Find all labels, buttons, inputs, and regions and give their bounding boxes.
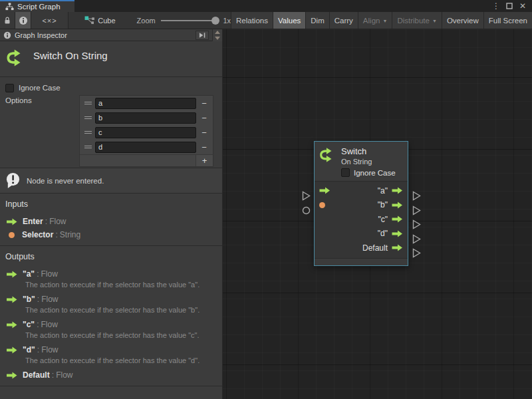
output-port-row: "a" : Flow xyxy=(7,267,217,281)
input-port-row: Selector : String xyxy=(7,228,217,241)
flow-arrow-icon xyxy=(7,296,17,303)
values-button[interactable]: Values xyxy=(273,12,305,29)
inspector-header: Graph Inspector xyxy=(0,29,222,41)
output-connect-triangle[interactable] xyxy=(412,205,421,217)
remove-option-button[interactable]: − xyxy=(196,128,212,138)
tab-title: Script Graph xyxy=(17,3,61,11)
node-title: Switch On String xyxy=(33,48,108,61)
output-port-row: "b" : Flow xyxy=(7,293,217,306)
flow-arrow-icon xyxy=(392,187,403,194)
zoom-slider[interactable] xyxy=(161,16,218,25)
zoom-slider-handle[interactable] xyxy=(211,17,219,25)
inputs-header: Inputs xyxy=(5,200,217,209)
output-port[interactable]: "a" xyxy=(378,186,403,196)
overview-button[interactable]: Overview xyxy=(442,12,483,29)
flow-arrow-icon xyxy=(392,215,403,223)
full-screen-button[interactable]: Full Screen xyxy=(483,12,532,29)
flow-arrow-icon xyxy=(392,230,403,237)
scroll-down-icon[interactable] xyxy=(213,35,222,41)
warning-text: Node is never entered. xyxy=(27,177,104,185)
zoom-value: 1x xyxy=(223,17,231,25)
outputs-section: Outputs "a" : Flow The action to execute… xyxy=(0,246,222,386)
node-body: "a" "b" "c" "d" Default xyxy=(315,182,408,258)
align-dropdown[interactable]: Align▼ xyxy=(358,12,392,29)
node-subtitle: On String xyxy=(341,158,396,166)
flow-arrow-icon xyxy=(392,201,403,209)
graph-target-button[interactable]: Cube xyxy=(78,12,122,29)
output-connect-triangle[interactable] xyxy=(412,219,421,231)
enter-connect-triangle[interactable] xyxy=(302,191,311,202)
options-list: − − − xyxy=(79,95,213,167)
output-connect-triangle[interactable] xyxy=(412,191,421,202)
remove-option-button[interactable]: − xyxy=(196,113,212,123)
chevron-down-icon: ▼ xyxy=(382,19,387,23)
output-connect-triangle[interactable] xyxy=(412,248,421,259)
options-label: Options xyxy=(5,95,79,104)
option-input[interactable] xyxy=(95,112,196,124)
toolbar-button-group: Relations Values Dim Carry Align▼ Distri… xyxy=(231,12,532,29)
flow-arrow-icon xyxy=(7,271,17,278)
ignore-case-checkbox[interactable] xyxy=(5,84,14,92)
inspector-scroll xyxy=(212,29,222,41)
window-menu-icon[interactable]: ⋮ xyxy=(491,1,501,11)
node-header[interactable]: Switch On String Ignore Case xyxy=(315,142,408,182)
graph-tree-icon xyxy=(5,3,14,11)
info-icon xyxy=(19,16,28,25)
zoom-slider-track[interactable] xyxy=(161,20,218,21)
graph-canvas[interactable]: Switch On String Ignore Case "a" xyxy=(223,29,532,399)
option-input[interactable] xyxy=(95,98,196,109)
tab-script-graph[interactable]: Script Graph xyxy=(0,0,74,12)
preview-code-button[interactable]: <×> xyxy=(31,12,69,29)
remove-option-button[interactable]: − xyxy=(196,142,212,152)
distribute-dropdown[interactable]: Distribute▼ xyxy=(392,12,442,29)
output-connect-triangle[interactable] xyxy=(412,234,421,245)
port-description: The action to execute if the selector ha… xyxy=(25,356,217,365)
output-port-row: "c" : Flow xyxy=(7,318,217,331)
maximize-icon[interactable] xyxy=(504,1,515,11)
inspector-title: Graph Inspector xyxy=(15,31,67,39)
selector-port-icon[interactable] xyxy=(319,202,325,208)
output-port[interactable]: "d" xyxy=(378,229,403,238)
close-icon[interactable]: ✕ xyxy=(517,1,528,11)
drag-handle-icon[interactable] xyxy=(80,102,95,104)
outputs-header: Outputs xyxy=(5,252,217,261)
scroll-up-icon[interactable] xyxy=(213,29,222,35)
add-option-button[interactable]: + xyxy=(196,155,213,166)
relations-button[interactable]: Relations xyxy=(231,12,273,29)
switch-icon xyxy=(319,146,336,164)
drag-handle-icon[interactable] xyxy=(80,131,95,134)
ignore-case-checkbox[interactable] xyxy=(341,168,350,177)
warning-bubble-icon xyxy=(5,172,21,189)
option-input[interactable] xyxy=(95,142,196,153)
option-input[interactable] xyxy=(95,127,196,138)
node-properties: Ignore Case Options − − xyxy=(0,77,222,168)
switch-icon xyxy=(5,48,25,68)
output-port[interactable]: Default xyxy=(362,243,403,253)
node-title: Switch xyxy=(341,146,396,156)
option-row: − xyxy=(80,96,213,110)
selector-connect-circle[interactable] xyxy=(302,206,311,216)
drag-handle-icon[interactable] xyxy=(80,116,95,119)
output-port[interactable]: "b" xyxy=(378,200,403,209)
drag-handle-icon[interactable] xyxy=(80,146,95,148)
input-port-row: Enter : Flow xyxy=(7,215,217,228)
graph-target-label: Cube xyxy=(98,17,115,25)
output-port-row: Default : Flow xyxy=(7,368,217,382)
lock-icon xyxy=(3,16,12,25)
output-port[interactable]: "c" xyxy=(378,215,403,224)
port-description: The action to execute if the selector ha… xyxy=(25,281,217,289)
option-row: − xyxy=(80,140,213,154)
inspector-toggle-button[interactable] xyxy=(15,12,31,29)
flow-arrow-icon xyxy=(7,321,17,329)
zoom-label: Zoom xyxy=(137,17,156,25)
node-title-block: Switch On String xyxy=(0,41,222,77)
remove-option-button[interactable]: − xyxy=(196,98,212,108)
dock-panel-icon[interactable] xyxy=(196,31,209,40)
lock-button[interactable] xyxy=(0,12,15,29)
enter-port-icon[interactable] xyxy=(319,187,331,194)
graph-node-icon xyxy=(84,16,94,25)
carry-button[interactable]: Carry xyxy=(329,12,358,29)
switch-on-string-node[interactable]: Switch On String Ignore Case "a" xyxy=(314,141,408,266)
node-footer xyxy=(315,258,408,265)
dim-button[interactable]: Dim xyxy=(305,12,329,29)
